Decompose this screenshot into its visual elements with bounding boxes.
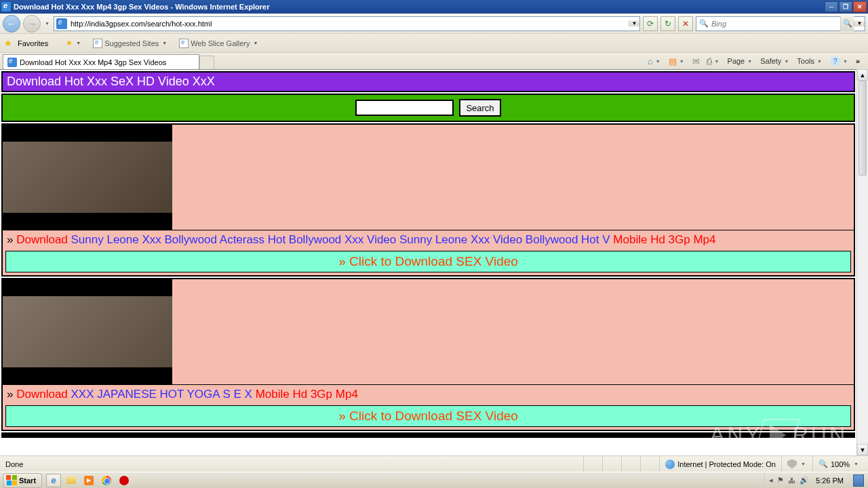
show-desktop-button[interactable] — [853, 474, 864, 487]
security-zone[interactable]: Internet | Protected Mode: On — [659, 456, 781, 472]
window-title: Download Hot Xxx Xxx Mp4 3gp Sex Videos … — [14, 3, 825, 11]
system-tray: ◂ ⚑ 🖧 🔊 5:26 PM — [764, 472, 868, 488]
download-banner-link[interactable]: » Click to Download SEX Video — [5, 405, 851, 427]
page-icon — [179, 39, 189, 48]
status-text: Done — [3, 460, 26, 468]
mail-icon: ✉ — [692, 56, 700, 66]
print-button[interactable]: ⎙▼ — [704, 55, 724, 68]
search-provider-icon[interactable]: 🔍 — [698, 18, 709, 29]
taskbar-app[interactable] — [117, 474, 132, 487]
search-dropdown[interactable]: ▼ — [854, 20, 865, 26]
search-input[interactable] — [711, 20, 840, 28]
feeds-button[interactable]: ▤▼ — [666, 55, 688, 68]
suggested-sites-link[interactable]: Suggested Sites ▼ — [90, 37, 171, 49]
status-cell — [583, 456, 602, 472]
content-frame: Download Hot Xxx SeX HD Video XxX Search… — [0, 69, 868, 455]
status-cell — [621, 456, 640, 472]
zoom-control[interactable]: 🔍 100% ▼ — [812, 456, 865, 472]
page-search-row: Search — [1, 94, 855, 122]
safety-menu[interactable]: Safety▼ — [757, 56, 793, 66]
page-icon — [56, 18, 67, 29]
tray-expand-icon[interactable]: ◂ — [769, 476, 773, 485]
close-button[interactable]: ✕ — [853, 1, 867, 12]
taskbar-chrome[interactable] — [99, 474, 114, 487]
browser-tab[interactable]: Download Hot Xxx Xxx Mp4 3gp Sex Videos — [3, 54, 199, 69]
shield-icon — [787, 460, 797, 469]
tab-bar: Download Hot Xxx Xxx Mp4 3gp Sex Videos … — [0, 53, 868, 69]
clock[interactable]: 5:26 PM — [813, 476, 846, 485]
toolbar-overflow[interactable]: » — [853, 57, 863, 65]
globe-icon — [665, 460, 675, 469]
compat-view-button[interactable]: ⟳ — [643, 16, 658, 31]
arrow-icon: » — [7, 233, 16, 246]
vertical-scrollbar[interactable]: ▲ ▼ — [856, 69, 868, 455]
video-thumbnail[interactable] — [3, 125, 172, 230]
page-title-banner: Download Hot Xxx SeX HD Video XxX — [1, 71, 855, 92]
thumbnail-image — [3, 142, 172, 213]
add-favorite-button[interactable]: ★ ▼ — [63, 37, 85, 49]
video-item: » Download Sunny Leone Xxx Bollywood Act… — [1, 123, 855, 277]
video-thumbnail[interactable] — [3, 279, 172, 384]
help-button[interactable]: ?▼ — [827, 55, 852, 68]
network-icon[interactable]: 🖧 — [788, 476, 795, 485]
taskbar-ie[interactable]: e — [46, 474, 61, 487]
favorites-star-icon[interactable]: ★ — [4, 38, 12, 48]
maximize-button[interactable]: ❐ — [839, 1, 852, 12]
print-icon: ⎙ — [707, 56, 712, 66]
ie-icon — [7, 58, 17, 67]
help-icon: ? — [830, 56, 840, 66]
search-go-button[interactable]: 🔍 — [840, 16, 854, 31]
tools-menu[interactable]: Tools▼ — [794, 56, 826, 66]
chrome-icon — [102, 476, 111, 485]
volume-icon[interactable]: 🔊 — [800, 476, 809, 485]
status-cell — [640, 456, 659, 472]
refresh-button[interactable]: ↻ — [660, 16, 675, 31]
thumbnail-image — [3, 296, 172, 367]
arrow-left-icon: ← — [7, 18, 16, 29]
scroll-thumb[interactable] — [859, 81, 867, 176]
video-title[interactable]: » Download Sunny Leone Xxx Bollywood Act… — [3, 230, 854, 249]
rss-icon: ▤ — [669, 56, 677, 66]
scroll-up-button[interactable]: ▲ — [857, 69, 868, 81]
page-search-button[interactable]: Search — [459, 99, 500, 117]
protected-mode-cell[interactable]: ▼ — [781, 456, 812, 472]
forward-button[interactable]: → — [23, 15, 41, 33]
tab-title: Download Hot Xxx Xxx Mp4 3gp Sex Videos — [20, 58, 166, 66]
flag-icon[interactable]: ⚑ — [777, 476, 784, 485]
taskbar-explorer[interactable] — [64, 474, 79, 487]
favorites-label[interactable]: Favorites — [18, 39, 48, 47]
folder-icon — [66, 476, 76, 484]
arrow-right-icon: → — [27, 18, 37, 29]
star-add-icon: ★ — [66, 39, 73, 47]
status-bar: Done Internet | Protected Mode: On ▼ 🔍 1… — [0, 455, 868, 472]
arrow-icon: » — [7, 388, 16, 401]
scroll-down-button[interactable]: ▼ — [857, 444, 868, 455]
command-bar: ⌂▼ ▤▼ ✉ ⎙▼ Page▼ Safety▼ Tools▼ ?▼ » — [645, 53, 865, 69]
taskbar-mediaplayer[interactable]: ▶ — [81, 474, 96, 487]
home-button[interactable]: ⌂▼ — [645, 55, 665, 68]
web-slice-link[interactable]: Web Slice Gallery ▼ — [176, 37, 262, 49]
taskbar: Start e ▶ ◂ ⚑ 🖧 🔊 5:26 PM — [0, 472, 868, 488]
ie-icon — [1, 2, 11, 12]
download-banner-link[interactable]: » Click to Download SEX Video — [5, 251, 851, 272]
back-button[interactable]: ← — [3, 15, 20, 33]
url-dropdown[interactable]: ▼ — [629, 20, 639, 26]
home-icon: ⌂ — [648, 56, 653, 66]
stop-button[interactable]: ✕ — [678, 16, 693, 31]
page-content: Download Hot Xxx SeX HD Video XxX Search… — [0, 69, 856, 455]
minimize-button[interactable]: ─ — [825, 1, 838, 12]
nav-history-dropdown[interactable]: ▼ — [43, 21, 51, 26]
page-menu[interactable]: Page▼ — [725, 56, 757, 66]
ie-icon: e — [51, 475, 56, 485]
readmail-button[interactable]: ✉ — [690, 55, 703, 68]
address-bar[interactable]: ▼ — [54, 16, 640, 31]
wmp-icon: ▶ — [84, 476, 94, 485]
page-icon — [93, 39, 102, 48]
new-tab-button[interactable] — [199, 56, 214, 69]
window-titlebar: Download Hot Xxx Xxx Mp4 3gp Sex Videos … — [0, 0, 868, 14]
zoom-icon: 🔍 — [818, 460, 828, 468]
video-title[interactable]: » Download XXX JAPANESE HOT YOGA S E X M… — [3, 384, 854, 404]
start-button[interactable]: Start — [3, 473, 42, 488]
page-search-input[interactable] — [355, 100, 454, 116]
url-input[interactable] — [69, 18, 629, 29]
